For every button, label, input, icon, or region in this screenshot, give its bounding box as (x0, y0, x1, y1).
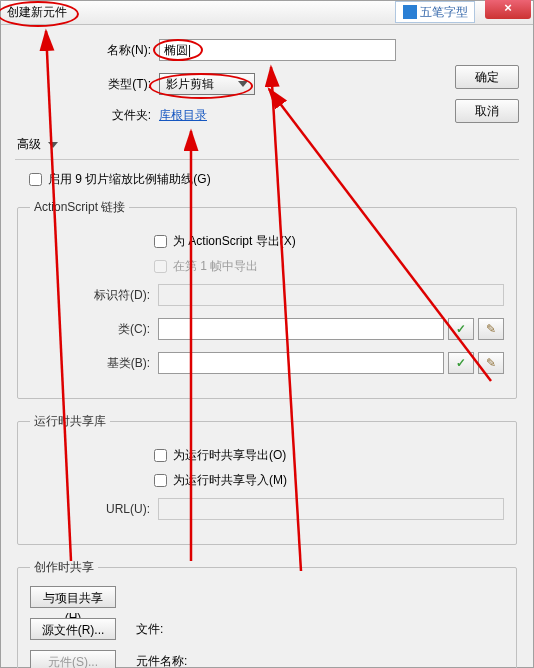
symbol-name-label: 元件名称: (136, 653, 187, 669)
export-as-checkbox[interactable] (154, 235, 167, 248)
export-frame1-checkbox (154, 260, 167, 273)
shared-import-row: 为运行时共享导入(M) (150, 471, 504, 490)
slice9-label: 启用 9 切片缩放比例辅助线(G) (48, 171, 211, 188)
advanced-label: 高级 (17, 137, 41, 151)
chevron-down-icon (238, 81, 248, 87)
row-class: 类(C): ✓ ✎ (30, 318, 504, 340)
fieldset-actionscript: ActionScript 链接 为 ActionScript 导出(X) 在第 … (17, 199, 517, 399)
source-file-button[interactable]: 源文件(R)... (30, 618, 116, 640)
dialog-window: 创建新元件 五笔字型 × 确定 取消 名称(N): 类型(T): 影片剪辑 文件… (0, 0, 534, 668)
export-as-label: 为 ActionScript 导出(X) (173, 233, 296, 250)
legend-shared: 运行时共享库 (30, 413, 110, 430)
cancel-button[interactable]: 取消 (455, 99, 519, 123)
base-class-input[interactable] (158, 352, 444, 374)
shared-import-checkbox[interactable] (154, 474, 167, 487)
export-as-row: 为 ActionScript 导出(X) (150, 232, 504, 251)
name-input[interactable] (159, 39, 396, 61)
url-input (158, 498, 504, 520)
slice9-row: 启用 9 切片缩放比例辅助线(G) (25, 170, 521, 189)
folder-link[interactable]: 库根目录 (159, 107, 207, 124)
legend-author: 创作时共享 (30, 559, 98, 576)
label-identifier: 标识符(D): (30, 287, 150, 304)
pencil-icon: ✎ (486, 356, 496, 370)
row-url: URL(U): (30, 498, 504, 520)
shared-export-label: 为运行时共享导出(O) (173, 447, 286, 464)
ime-badge: 五笔字型 (395, 1, 475, 23)
chevron-down-icon (48, 142, 58, 148)
validate-class-button[interactable]: ✓ (448, 318, 474, 340)
row-identifier: 标识符(D): (30, 284, 504, 306)
right-button-column: 确定 取消 (455, 65, 519, 123)
fieldset-author-share: 创作时共享 与项目共享(H) 源文件(R)... 文件: 元件(S)... 元件… (17, 559, 517, 668)
slice9-checkbox[interactable] (29, 173, 42, 186)
row-name: 名称(N): (13, 39, 521, 61)
edit-class-button[interactable]: ✎ (478, 318, 504, 340)
close-button[interactable]: × (485, 0, 531, 19)
label-name: 名称(N): (13, 42, 151, 59)
edit-base-button[interactable]: ✎ (478, 352, 504, 374)
check-icon: ✓ (456, 356, 466, 370)
file-label: 文件: (136, 621, 163, 638)
content-area: 确定 取消 名称(N): 类型(T): 影片剪辑 文件夹: 库根目录 高级 启用… (1, 25, 533, 667)
row-type: 类型(T): 影片剪辑 (13, 73, 521, 95)
row-base-class: 基类(B): ✓ ✎ (30, 352, 504, 374)
advanced-toggle[interactable]: 高级 (17, 136, 521, 153)
class-input[interactable] (158, 318, 444, 340)
label-class: 类(C): (30, 321, 150, 338)
shared-export-checkbox[interactable] (154, 449, 167, 462)
shared-export-row: 为运行时共享导出(O) (150, 446, 504, 465)
label-folder: 文件夹: (13, 107, 151, 124)
row-folder: 文件夹: 库根目录 (13, 107, 521, 124)
legend-actionscript: ActionScript 链接 (30, 199, 129, 216)
type-value: 影片剪辑 (166, 76, 214, 93)
validate-base-button[interactable]: ✓ (448, 352, 474, 374)
ok-button[interactable]: 确定 (455, 65, 519, 89)
titlebar: 创建新元件 五笔字型 × (1, 1, 533, 25)
ime-text: 五笔字型 (420, 4, 468, 21)
shared-import-label: 为运行时共享导入(M) (173, 472, 287, 489)
share-project-button[interactable]: 与项目共享(H) (30, 586, 116, 608)
ime-logo-icon (403, 5, 417, 19)
label-type: 类型(T): (13, 76, 151, 93)
export-frame1-label: 在第 1 帧中导出 (173, 258, 258, 275)
fieldset-shared-library: 运行时共享库 为运行时共享导出(O) 为运行时共享导入(M) URL(U): (17, 413, 517, 545)
pencil-icon: ✎ (486, 322, 496, 336)
divider (15, 159, 519, 160)
type-select[interactable]: 影片剪辑 (159, 73, 255, 95)
label-url: URL(U): (30, 502, 150, 516)
label-base-class: 基类(B): (30, 355, 150, 372)
identifier-input (158, 284, 504, 306)
check-icon: ✓ (456, 322, 466, 336)
export-frame1-row: 在第 1 帧中导出 (150, 257, 504, 276)
symbol-button: 元件(S)... (30, 650, 116, 668)
